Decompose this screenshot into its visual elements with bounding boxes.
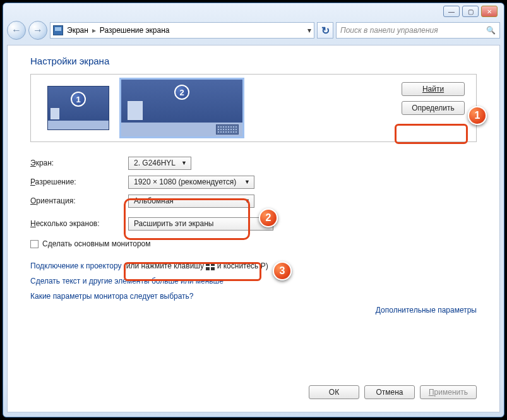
display-icon [53, 25, 63, 35]
orientation-value: Альбомная [134, 196, 174, 205]
apply-button[interactable]: Применить [420, 385, 477, 399]
monitor-2-badge: 2 [174, 85, 189, 100]
breadcrumb-root[interactable]: Экран [67, 26, 88, 35]
screen-select[interactable]: 2. G246HYL ▼ [128, 157, 191, 170]
monitor-preview[interactable]: 1 2 Найти Определить [30, 74, 477, 142]
projector-link[interactable]: Подключение к проектору [30, 261, 122, 270]
annotation-marker-2: 2 [259, 208, 278, 227]
find-button[interactable]: Найти [402, 82, 465, 96]
chevron-down-icon: ▼ [244, 179, 250, 185]
windows-key-icon [206, 263, 215, 270]
breadcrumb-sep: ▸ [92, 26, 96, 35]
monitor-2[interactable]: 2 [119, 78, 244, 138]
monitor-1-taskbar [48, 121, 109, 129]
multi-value: Расширить эти экраны [134, 219, 213, 228]
help-links: Подключение к проектору (или нажмите кла… [30, 258, 477, 304]
refresh-button[interactable]: ↻ [317, 22, 333, 39]
identify-button[interactable]: Определить [402, 101, 465, 115]
resolution-label: Разрешение: [30, 177, 128, 186]
multi-label: Несколько экранов: [30, 219, 128, 228]
chevron-down-icon: ▼ [181, 160, 187, 166]
forward-button[interactable]: → [28, 21, 47, 40]
projector-hint-a: (или нажмите клавишу [122, 261, 206, 270]
advanced-link[interactable]: Дополнительные параметры [376, 306, 477, 315]
ok-button[interactable]: ОК [309, 385, 359, 399]
maximize-button[interactable]: ▢ [462, 6, 479, 17]
back-button[interactable]: ← [7, 21, 26, 40]
cancel-button[interactable]: Отмена [364, 385, 415, 399]
screen-value: 2. G246HYL [134, 159, 176, 167]
page-title: Настройки экрана [30, 56, 477, 66]
monitor-1-badge: 1 [71, 92, 86, 107]
textsize-link[interactable]: Сделать текст и другие элементы больше и… [30, 277, 224, 285]
search-icon[interactable]: 🔍 [486, 26, 496, 35]
monitor-1-wallpaper-icon [51, 108, 59, 119]
annotation-marker-3: 3 [273, 261, 292, 280]
projector-hint-b: и коснитесь P) [215, 261, 268, 270]
annotation-marker-1: 1 [468, 106, 487, 125]
monitor-1[interactable]: 1 [47, 86, 109, 130]
orientation-label: Ориентация: [30, 196, 128, 205]
search-placeholder: Поиск в панели управления [340, 26, 438, 35]
footer-buttons: ОК Отмена Применить [309, 385, 477, 399]
close-button[interactable]: ✕ [481, 6, 498, 17]
content: 1 2 3 Настройки экрана 1 2 Найти Определ… [7, 45, 500, 412]
breadcrumb-current[interactable]: Разрешение экрана [100, 26, 170, 35]
which-monitor-link[interactable]: Какие параметры монитора следует выбрать… [30, 292, 194, 301]
keyboard-icon [216, 124, 239, 135]
minimize-button[interactable]: — [443, 6, 460, 17]
window: — ▢ ✕ ← → Экран ▸ Разрешение экрана ▾ ↻ … [3, 3, 504, 417]
chevron-down-icon[interactable]: ▾ [307, 26, 311, 35]
settings-form: Экран: 2. G246HYL ▼ Разрешение: 1920 × 1… [30, 153, 477, 233]
address-bar[interactable]: Экран ▸ Разрешение экрана ▾ [50, 22, 314, 39]
orientation-select[interactable]: Альбомная ▼ [128, 195, 254, 208]
chevron-down-icon: ▼ [244, 198, 250, 204]
resolution-value: 1920 × 1080 (рекомендуется) [134, 177, 236, 186]
monitor-2-taskbar [121, 123, 242, 136]
make-main-label: Сделать основным монитором [42, 239, 151, 248]
multi-select[interactable]: Расширить эти экраны ▼ [128, 217, 273, 231]
screen-label: Экран: [30, 159, 128, 167]
window-controls: — ▢ ✕ [443, 6, 498, 17]
nav-bar: ← → Экран ▸ Разрешение экрана ▾ ↻ Поиск … [7, 20, 500, 41]
make-main-checkbox[interactable] [30, 240, 39, 248]
search-input[interactable]: Поиск в панели управления 🔍 [336, 22, 500, 39]
resolution-select[interactable]: 1920 × 1080 (рекомендуется) ▼ [128, 176, 254, 189]
monitor-2-wallpaper-icon [128, 101, 143, 120]
